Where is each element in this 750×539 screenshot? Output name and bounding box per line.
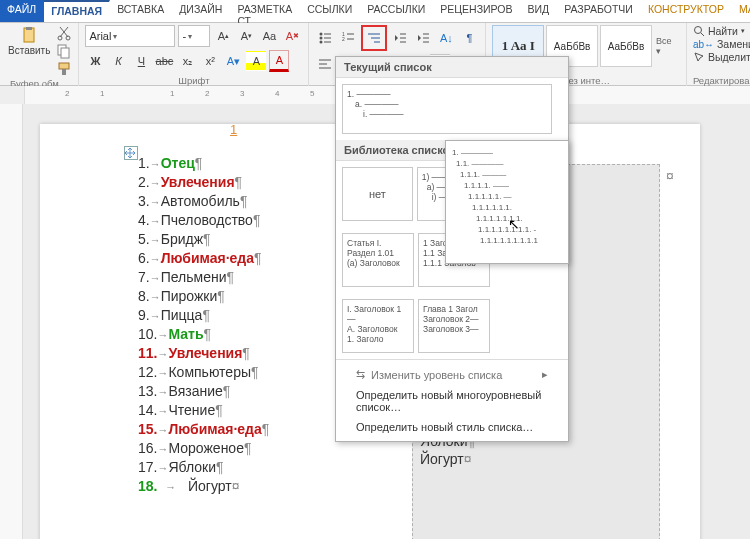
cell-end-mark: ¤ bbox=[666, 168, 674, 184]
text-effects-button[interactable]: A▾ bbox=[223, 51, 243, 71]
dd-lib-4[interactable]: Статья I.Раздел 1.01(a) Заголовок bbox=[342, 233, 414, 287]
cut-icon[interactable] bbox=[56, 25, 72, 41]
tab-file[interactable]: ФАЙЛ bbox=[0, 0, 44, 22]
strike-button[interactable]: abc bbox=[154, 51, 174, 71]
sort-button[interactable]: A↓ bbox=[436, 28, 456, 48]
highlight-button[interactable]: A bbox=[246, 51, 266, 71]
grow-font-button[interactable]: A▴ bbox=[213, 26, 233, 46]
styles-more[interactable]: Все ▾ bbox=[656, 36, 678, 56]
select-icon bbox=[693, 51, 705, 63]
dd-lib-6[interactable]: I. Заголовок 1—A. Заголовок1. Заголо bbox=[342, 299, 414, 353]
list-item[interactable]: 1.→Отец¶ bbox=[138, 154, 269, 173]
show-marks-button[interactable]: ¶ bbox=[459, 28, 479, 48]
replace-icon: ab↔ bbox=[693, 39, 714, 50]
tab-references[interactable]: ССЫЛКИ bbox=[300, 0, 360, 22]
underline-button[interactable]: Ч bbox=[131, 51, 151, 71]
ribbon-tabs: ФАЙЛ ГЛАВНАЯ ВСТАВКА ДИЗАЙН РАЗМЕТКА СТ … bbox=[0, 0, 750, 23]
tab-page-layout[interactable]: РАЗМЕТКА СТ bbox=[230, 0, 300, 22]
group-font: Arial▾ -▾ A▴ A▾ Aa A✖ Ж К Ч abc x₂ x² A▾… bbox=[79, 23, 309, 87]
tab-view[interactable]: ВИД bbox=[521, 0, 558, 22]
multilevel-numeric-flyout[interactable]: 1. ———— 1.1. ———— 1.1.1. ——— 1.1.1.1. ——… bbox=[445, 140, 569, 264]
list-column-left[interactable]: 1.→Отец¶2.→Увлечения¶3.→Автомобиль¶4.→Пч… bbox=[138, 154, 269, 496]
find-icon bbox=[693, 25, 705, 37]
list-item[interactable]: 17.→Яблоки¶ bbox=[138, 458, 269, 477]
bullets-button[interactable] bbox=[315, 28, 335, 48]
dd-current-list-label: Текущий список bbox=[336, 57, 568, 78]
increase-indent-button[interactable] bbox=[413, 28, 433, 48]
svg-line-40 bbox=[701, 33, 704, 36]
change-case-button[interactable]: Aa bbox=[259, 26, 279, 46]
dd-lib-none[interactable]: нет bbox=[342, 167, 413, 221]
list-item[interactable]: 16.→Мороженое¶ bbox=[138, 439, 269, 458]
svg-rect-0 bbox=[24, 28, 34, 42]
svg-point-39 bbox=[694, 27, 701, 34]
tab-design[interactable]: ДИЗАЙН bbox=[172, 0, 230, 22]
tab-developer[interactable]: РАЗРАБОТЧИ bbox=[557, 0, 641, 22]
list-item[interactable]: 4.→Пчеловодство¶ bbox=[138, 211, 269, 230]
list-item[interactable]: 5.→Бридж¶ bbox=[138, 230, 269, 249]
list-item[interactable]: 14.→Чтение¶ bbox=[138, 401, 269, 420]
dd-current-preview[interactable]: 1. ———— a. ———— i. ———— bbox=[342, 84, 552, 134]
font-name-select[interactable]: Arial▾ bbox=[85, 25, 175, 47]
list-item[interactable]: 3.→Автомобиль¶ bbox=[138, 192, 269, 211]
list-item[interactable]: 10.→Мать¶ bbox=[138, 325, 269, 344]
group-clipboard: Вставить Буфер обм… bbox=[0, 23, 79, 87]
replace-button[interactable]: ab↔Заменить bbox=[693, 38, 750, 50]
dd-lib-7[interactable]: Глава 1 ЗаголЗаголовок 2—Заголовок 3— bbox=[418, 299, 490, 353]
svg-point-8 bbox=[320, 33, 323, 36]
page-number: 1 bbox=[230, 122, 237, 137]
svg-point-12 bbox=[320, 41, 323, 44]
format-painter-icon[interactable] bbox=[56, 61, 72, 77]
list-item[interactable]: Йогурт¤ bbox=[420, 450, 650, 468]
paste-button[interactable]: Вставить bbox=[6, 25, 52, 58]
tab-maket[interactable]: МАКЕТ bbox=[732, 0, 750, 22]
numbering-button[interactable]: 12 bbox=[338, 28, 358, 48]
align-left-button[interactable] bbox=[315, 54, 335, 74]
tab-home[interactable]: ГЛАВНАЯ bbox=[44, 0, 110, 22]
group-editing: Найти▾ ab↔Заменить Выделить▾ Редактирова… bbox=[687, 23, 750, 87]
table-move-handle[interactable] bbox=[124, 146, 138, 160]
select-button[interactable]: Выделить▾ bbox=[693, 51, 750, 63]
svg-rect-1 bbox=[26, 27, 32, 30]
dd-define-style[interactable]: Определить новый стиль списка… bbox=[336, 417, 568, 437]
decrease-indent-button[interactable] bbox=[390, 28, 410, 48]
superscript-button[interactable]: x² bbox=[200, 51, 220, 71]
svg-rect-7 bbox=[62, 69, 66, 75]
font-color-button[interactable]: A bbox=[269, 50, 289, 72]
list-item[interactable]: 13.→Вязание¶ bbox=[138, 382, 269, 401]
list-item[interactable]: 12.→Компьютеры¶ bbox=[138, 363, 269, 382]
cursor-icon: ↖ bbox=[508, 219, 520, 230]
tab-mailings[interactable]: РАССЫЛКИ bbox=[360, 0, 433, 22]
style-3[interactable]: АаБбВв bbox=[600, 25, 652, 67]
subscript-button[interactable]: x₂ bbox=[177, 51, 197, 71]
paste-icon bbox=[21, 27, 37, 43]
tab-insert[interactable]: ВСТАВКА bbox=[110, 0, 172, 22]
bold-button[interactable]: Ж bbox=[85, 51, 105, 71]
svg-point-10 bbox=[320, 37, 323, 40]
italic-button[interactable]: К bbox=[108, 51, 128, 71]
list-item[interactable]: 2.→Увлечения¶ bbox=[138, 173, 269, 192]
dd-change-level[interactable]: ⇆Изменить уровень списка▸ bbox=[336, 364, 568, 385]
clear-format-button[interactable]: A✖ bbox=[282, 26, 302, 46]
list-item[interactable]: 8.→Пирожки¶ bbox=[138, 287, 269, 306]
list-item[interactable]: 7.→Пельмени¶ bbox=[138, 268, 269, 287]
copy-icon[interactable] bbox=[56, 43, 72, 59]
dd-define-multilevel[interactable]: Определить новый многоуровневый список… bbox=[336, 385, 568, 417]
list-item[interactable]: 9.→Пицца¶ bbox=[138, 306, 269, 325]
ruler-vertical[interactable] bbox=[0, 104, 23, 539]
tab-review[interactable]: РЕЦЕНЗИРОВ bbox=[433, 0, 520, 22]
svg-rect-5 bbox=[61, 48, 69, 58]
font-size-select[interactable]: -▾ bbox=[178, 25, 210, 47]
indent-icon: ⇆ bbox=[356, 368, 365, 381]
multilevel-list-button[interactable] bbox=[361, 25, 387, 51]
list-item[interactable]: 15.→Любимая·еда¶ bbox=[138, 420, 269, 439]
svg-rect-6 bbox=[59, 63, 69, 69]
list-item[interactable]: 18. → Йогурт¤ bbox=[138, 477, 269, 496]
list-item[interactable]: 6.→Любимая·еда¶ bbox=[138, 249, 269, 268]
tab-constructor[interactable]: КОНСТРУКТОР bbox=[641, 0, 732, 22]
find-button[interactable]: Найти▾ bbox=[693, 25, 750, 37]
shrink-font-button[interactable]: A▾ bbox=[236, 26, 256, 46]
list-item[interactable]: 11.→Увлечения¶ bbox=[138, 344, 269, 363]
svg-text:2: 2 bbox=[342, 36, 345, 42]
